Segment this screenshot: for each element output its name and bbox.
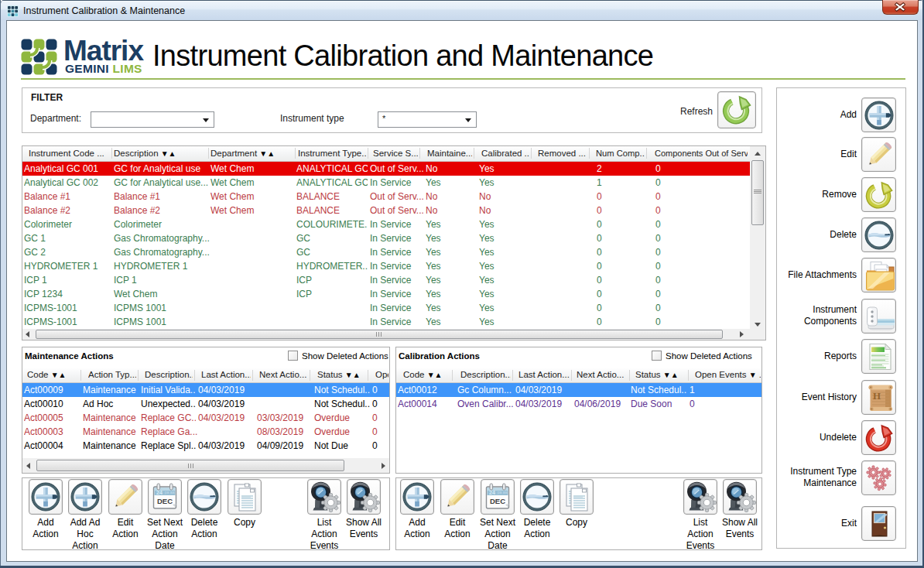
svg-text:DEC: DEC	[157, 497, 173, 505]
svg-text:H: H	[872, 390, 880, 402]
svg-text:DEC: DEC	[490, 497, 505, 505]
svg-text:pa aa: pa aa	[498, 490, 508, 494]
svg-text:24: 24	[156, 490, 163, 495]
svg-text:24: 24	[489, 490, 495, 495]
svg-text:pa aa: pa aa	[165, 490, 175, 494]
